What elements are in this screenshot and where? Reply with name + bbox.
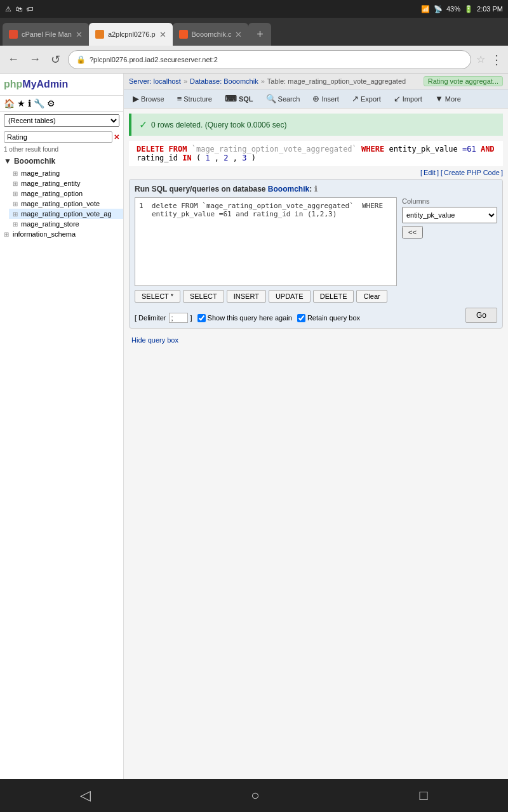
update-btn[interactable]: UPDATE — [269, 290, 311, 303]
query-help-icon[interactable]: ℹ — [314, 185, 318, 193]
hide-query-link[interactable]: Hide query box — [124, 334, 508, 346]
tab-pma-close[interactable]: ✕ — [159, 30, 166, 39]
db-select[interactable]: (Recent tables) — [4, 114, 119, 127]
tab-cpanel[interactable]: cPanel File Man ✕ — [3, 23, 89, 46]
more-btn[interactable]: ▼ More — [430, 92, 466, 105]
tab-pma[interactable]: a2plcpnl0276.p ✕ — [89, 23, 173, 46]
table-link[interactable]: Table: mage_rating_option_vote_aggregate… — [267, 77, 406, 85]
back-button[interactable]: ← — [5, 50, 22, 69]
delete-btn[interactable]: DELETE — [313, 290, 354, 303]
tag-icon: 🏷 — [26, 5, 33, 13]
right-panel: Server: localhost » Database: Booomchik … — [124, 74, 508, 779]
show-query-checkbox[interactable] — [197, 314, 206, 322]
gear-icon[interactable]: ⚙ — [47, 98, 55, 108]
tab-magento-close[interactable]: ✕ — [235, 30, 242, 39]
table-label: mage_rating — [21, 169, 60, 177]
tree-root-db[interactable]: ▼ Booomchik — [0, 154, 123, 168]
table-mage-rating-entity[interactable]: ⊞ mage_rating_entity — [9, 178, 123, 188]
tab-cpanel-close[interactable]: ✕ — [76, 30, 83, 39]
table-mage-rating[interactable]: ⊞ mage_rating — [9, 168, 123, 178]
insert-btn[interactable]: ⊕ Insert — [307, 92, 344, 105]
settings-icon[interactable]: 🔧 — [34, 98, 44, 108]
url-bar: ← → ↺ 🔒 ?plcpnl0276.prod.iad2.secureserv… — [0, 46, 508, 74]
battery-icon: 🔋 — [464, 5, 473, 13]
insert-column-btn[interactable]: << — [402, 226, 423, 239]
menu-icon[interactable]: ⋮ — [490, 52, 503, 67]
search-toolbar-icon: 🔍 — [266, 94, 276, 103]
warning-icon: ⚠ — [5, 5, 11, 13]
expand-icon: ⊞ — [13, 170, 18, 177]
retain-query-label[interactable]: Retain query box — [297, 314, 360, 322]
tab-pma-label: a2plcpnl0276.p — [108, 30, 156, 38]
retain-query-checkbox[interactable] — [297, 314, 305, 322]
browse-btn[interactable]: ▶ Browse — [128, 92, 170, 105]
clear-btn[interactable]: Clear — [356, 290, 387, 303]
query-box-label: Run SQL query/queries on database — [135, 185, 268, 193]
home-icon[interactable]: 🏠 — [4, 98, 15, 108]
sql-table-name: `mage_rating_option_vote_aggregated` — [192, 145, 357, 154]
back-nav-icon[interactable]: ◁ — [80, 787, 91, 804]
pma-logo-myadmin: MyAdmin — [22, 79, 68, 89]
url-input[interactable]: 🔒 ?plcpnl0276.prod.iad2.secureserver.net… — [68, 50, 471, 69]
expand-icon: ⊞ — [13, 200, 18, 207]
recent-nav-icon[interactable]: □ — [420, 787, 428, 804]
sql-textarea[interactable]: 1 delete FROM `mage_rating_option_vote_a… — [135, 197, 397, 286]
toolbar: ▶ Browse ≡ Structure ⌨ SQL 🔍 Search ⊕ In… — [124, 89, 508, 108]
export-icon: ↗ — [352, 94, 359, 103]
sql-paren-close: ) — [251, 154, 256, 162]
success-icon: ✓ — [139, 119, 147, 131]
clock: 2:03 PM — [477, 5, 503, 13]
insert-icon: ⊕ — [312, 94, 319, 103]
sql-display: DELETE FROM `mage_rating_option_vote_agg… — [129, 141, 503, 166]
recent-tables-select[interactable]: (Recent tables) — [4, 114, 119, 127]
structure-btn[interactable]: ≡ Structure — [172, 92, 217, 105]
sql-rating-id: rating_id — [137, 154, 182, 162]
import-btn[interactable]: ↙ Import — [389, 92, 427, 105]
select-star-btn[interactable]: SELECT * — [135, 290, 180, 303]
sql-val-1: 1 — [205, 154, 210, 162]
bookmark-icon[interactable]: ☆ — [476, 53, 485, 65]
search-input[interactable] — [4, 131, 112, 143]
query-db-link[interactable]: Booomchik — [268, 185, 309, 193]
go-button[interactable]: Go — [465, 308, 497, 323]
table-mage-rating-option-vote[interactable]: ⊞ mage_rating_option_vote — [9, 199, 123, 209]
table-label: mage_rating_entity — [21, 180, 81, 187]
table-label: mage_rating_option_vote_ag — [21, 210, 112, 218]
rating-badge: Rating vote aggregat... — [424, 76, 503, 86]
table-mage-rating-option-vote-agg[interactable]: ⊞ mage_rating_option_vote_ag — [9, 209, 123, 219]
magento-favicon — [179, 30, 188, 39]
sidebar: phpMyAdmin 🏠 ★ ℹ 🔧 ⚙ (Recent tables) ✕ 1… — [0, 74, 124, 779]
main-content: phpMyAdmin 🏠 ★ ℹ 🔧 ⚙ (Recent tables) ✕ 1… — [0, 74, 508, 779]
structure-icon: ≡ — [177, 94, 182, 103]
query-box: Run SQL query/queries on database Booomc… — [129, 179, 503, 329]
search-clear-icon[interactable]: ✕ — [114, 133, 119, 141]
search-btn[interactable]: 🔍 Search — [261, 92, 305, 105]
star-icon[interactable]: ★ — [17, 98, 25, 108]
columns-select[interactable]: entity_pk_value rating_id store_id ratin… — [402, 207, 497, 223]
database-link[interactable]: Database: Booomchik — [190, 77, 258, 85]
tree-item-information-schema[interactable]: ⊞ information_schema — [0, 229, 123, 239]
sql-comma1: , — [215, 154, 224, 162]
show-query-label[interactable]: Show this query here again — [197, 314, 292, 322]
new-tab-button[interactable]: + — [248, 23, 271, 46]
query-buttons: SELECT * SELECT INSERT UPDATE DELETE Cle… — [135, 290, 497, 303]
pma-logo: phpMyAdmin — [0, 74, 123, 96]
delimiter-input[interactable] — [169, 313, 188, 323]
export-btn[interactable]: ↗ Export — [347, 92, 386, 105]
insert-btn[interactable]: INSERT — [227, 290, 266, 303]
table-mage-rating-store[interactable]: ⊞ mage_rating_store — [9, 219, 123, 229]
sql-btn[interactable]: ⌨ SQL — [220, 92, 258, 105]
home-nav-icon[interactable]: ○ — [251, 787, 259, 804]
server-link[interactable]: Server: localhost — [129, 77, 181, 85]
create-php-link[interactable]: Create PHP Code — [444, 169, 500, 176]
tree-children: ⊞ mage_rating ⊞ mage_rating_entity ⊞ mag… — [0, 168, 123, 229]
sql-links: [Edit] [Create PHP Code] — [124, 169, 508, 179]
tab-magento[interactable]: Booomchik.c ✕ — [173, 23, 249, 46]
table-mage-rating-option[interactable]: ⊞ mage_rating_option — [9, 188, 123, 199]
forward-button[interactable]: → — [27, 50, 43, 69]
select-btn[interactable]: SELECT — [183, 290, 224, 303]
edit-link[interactable]: Edit — [424, 169, 436, 176]
info-icon[interactable]: ℹ — [28, 98, 31, 108]
cpanel-favicon — [9, 30, 18, 39]
refresh-button[interactable]: ↺ — [48, 50, 63, 69]
